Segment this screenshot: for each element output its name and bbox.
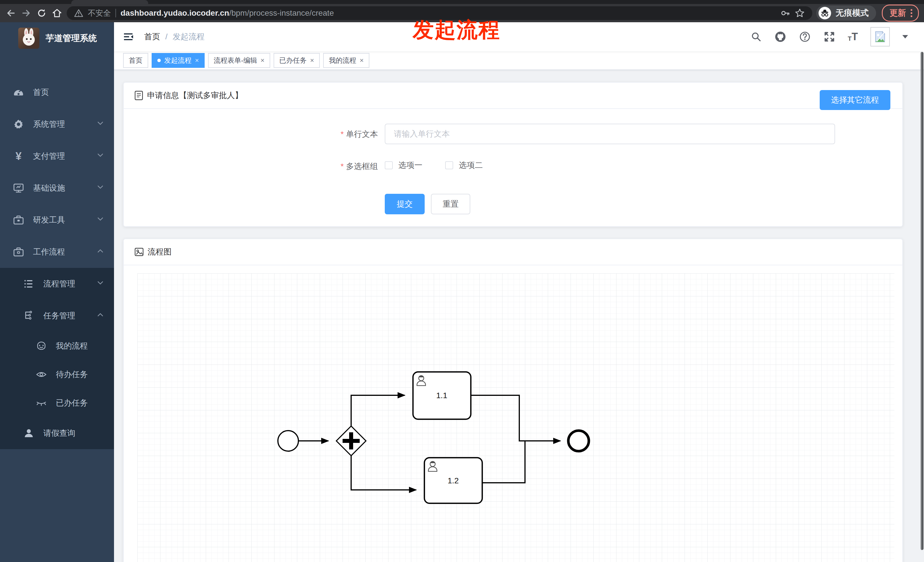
tab-close-icon[interactable]: × xyxy=(195,57,199,64)
sidebar-item-infrastructure[interactable]: 基础设施 xyxy=(0,172,114,204)
logo-avatar xyxy=(18,28,39,49)
page-scrollbar[interactable] xyxy=(921,52,923,550)
tab-start-process[interactable]: 发起流程× xyxy=(152,53,205,68)
task-label: 1.2 xyxy=(448,476,459,485)
key-icon[interactable] xyxy=(780,8,790,18)
avatar-dropdown-caret[interactable] xyxy=(902,35,908,39)
eye-open-icon xyxy=(35,369,47,381)
apply-info-card: 申请信息【测试多审批人】 选择其它流程 *单行文本 *多选框组 选项一 选项二 … xyxy=(123,82,903,227)
navbar-actions: TT xyxy=(750,22,908,51)
sidebar-item-home[interactable]: 首页 xyxy=(0,76,114,108)
eye-closed-icon xyxy=(35,397,47,409)
breadcrumb: 首页 / 发起流程 xyxy=(144,31,205,42)
security-label[interactable]: 不安全 xyxy=(88,8,111,18)
monitor-icon xyxy=(12,182,24,194)
picture-icon xyxy=(135,248,144,256)
incognito-badge: 无痕模式 xyxy=(816,5,876,21)
tab-home[interactable]: 首页 xyxy=(123,53,148,68)
sidebar-item-label: 支付管理 xyxy=(33,151,65,162)
tab-close-icon[interactable]: × xyxy=(261,57,264,64)
sidebar-item-payment[interactable]: ¥ 支付管理 xyxy=(0,140,114,172)
tab-close-icon[interactable]: × xyxy=(360,57,364,64)
flow-task1-to-end xyxy=(471,395,560,441)
reset-button[interactable]: 重置 xyxy=(431,194,470,214)
tab-my-process[interactable]: 我的流程× xyxy=(323,53,369,68)
process-diagram-title: 流程图 xyxy=(148,247,172,257)
sidebar-item-system[interactable]: 系统管理 xyxy=(0,108,114,140)
flow-task2-to-end xyxy=(482,441,525,483)
sidebar-item-label: 请假查询 xyxy=(44,428,75,439)
page-content: 申请信息【测试多审批人】 选择其它流程 *单行文本 *多选框组 选项一 选项二 … xyxy=(114,70,924,562)
apply-info-title: 申请信息【测试多审批人】 xyxy=(147,90,243,101)
sidebar-item-label: 首页 xyxy=(33,87,49,98)
bpmn-user-task-1-2[interactable]: 1.2 xyxy=(424,458,482,503)
sidebar-item-leave-query[interactable]: 请假查询 xyxy=(0,417,114,449)
font-size-icon[interactable]: TT xyxy=(848,31,858,42)
checkbox-icon[interactable] xyxy=(385,161,393,169)
chevron-down-icon xyxy=(96,215,104,225)
chevron-down-icon xyxy=(96,183,104,193)
sidebar-item-label: 流程管理 xyxy=(44,279,75,289)
sidebar-item-process-management[interactable]: 流程管理 xyxy=(0,268,114,300)
github-icon[interactable] xyxy=(774,31,786,43)
tab-process-form-edit[interactable]: 流程表单-编辑× xyxy=(208,53,270,68)
bpmn-end-event[interactable] xyxy=(568,431,589,451)
tree-icon xyxy=(23,278,35,290)
bookmark-star-icon[interactable] xyxy=(795,8,805,18)
flow-icon xyxy=(23,310,35,322)
chrome-update-button[interactable]: 更新 xyxy=(882,4,919,22)
document-icon xyxy=(135,91,143,100)
briefcase-icon xyxy=(12,246,24,258)
gear-icon xyxy=(12,118,24,130)
help-icon[interactable] xyxy=(799,31,811,43)
sidebar: 芋道管理系统 首页 系统管理 ¥ 支付管理 基础设施 研发工具 xyxy=(0,22,114,562)
sidebar-toggle-button[interactable] xyxy=(123,31,134,42)
fullscreen-icon[interactable] xyxy=(824,31,836,43)
active-browser-tab[interactable] xyxy=(71,0,148,4)
browser-menu-icon[interactable] xyxy=(910,9,912,17)
sidebar-item-workflow[interactable]: 工作流程 xyxy=(0,236,114,268)
annotation-overlay-text: 发起流程 xyxy=(413,16,501,45)
reload-button[interactable] xyxy=(36,7,47,19)
avatar[interactable] xyxy=(870,27,890,46)
chevron-up-icon xyxy=(96,311,104,321)
choose-other-process-button[interactable]: 选择其它流程 xyxy=(820,90,890,110)
active-tab-dot xyxy=(158,59,161,62)
submit-button[interactable]: 提交 xyxy=(385,194,424,214)
tab-done-tasks[interactable]: 已办任务× xyxy=(274,53,320,68)
checkbox-icon[interactable] xyxy=(445,161,453,169)
sidebar-item-task-management[interactable]: 任务管理 xyxy=(0,300,114,332)
url-divider xyxy=(116,9,116,17)
field-label-single-text: *单行文本 xyxy=(124,129,378,139)
url-domain: dashboard.yudao.iocoder.cn xyxy=(120,9,229,17)
app-logo[interactable]: 芋道管理系统 xyxy=(0,22,114,54)
forward-button[interactable] xyxy=(21,7,32,19)
flow-gateway-to-task2 xyxy=(351,456,416,490)
bpmn-canvas[interactable]: 1.1 1.2 xyxy=(137,273,894,562)
app-title: 芋道管理系统 xyxy=(46,33,97,44)
single-text-input[interactable] xyxy=(385,124,835,144)
sidebar-item-done-tasks[interactable]: 已办任务 xyxy=(0,389,114,417)
checkbox-option-2[interactable]: 选项二 xyxy=(445,160,483,171)
update-label: 更新 xyxy=(890,7,906,19)
back-button[interactable] xyxy=(5,7,16,19)
checkbox-option-1[interactable]: 选项一 xyxy=(385,160,422,171)
field-label-checkbox-group: *多选框组 xyxy=(124,161,378,172)
chevron-up-icon xyxy=(96,247,104,257)
sidebar-item-dev-tools[interactable]: 研发工具 xyxy=(0,204,114,236)
bpmn-start-event[interactable] xyxy=(278,431,298,451)
search-icon[interactable] xyxy=(750,31,762,42)
sidebar-item-my-process[interactable]: 我的流程 xyxy=(0,332,114,360)
task-label: 1.1 xyxy=(436,391,447,400)
home-button[interactable] xyxy=(51,7,63,19)
sidebar-item-todo-tasks[interactable]: 待办任务 xyxy=(0,360,114,389)
sidebar-item-label: 基础设施 xyxy=(33,183,65,193)
bpmn-user-task-1-1[interactable]: 1.1 xyxy=(413,372,471,419)
required-asterisk: * xyxy=(340,130,344,138)
sidebar-item-label: 工作流程 xyxy=(33,247,65,257)
tab-close-icon[interactable]: × xyxy=(310,57,314,64)
chevron-down-icon xyxy=(96,151,104,161)
url-text[interactable]: dashboard.yudao.iocoder.cn/bpm/process-i… xyxy=(120,9,334,18)
bpmn-diagram: 1.1 1.2 xyxy=(137,273,894,562)
breadcrumb-home[interactable]: 首页 xyxy=(144,31,160,42)
